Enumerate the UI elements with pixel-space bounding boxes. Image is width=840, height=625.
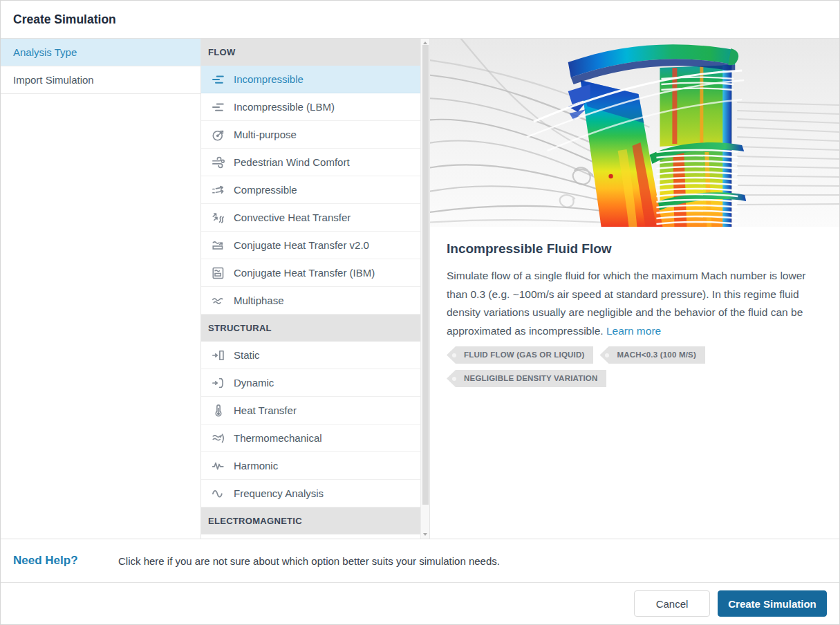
help-text: Click here if you are not sure about whi… (118, 555, 500, 567)
type-item-label: Multi-purpose (234, 129, 297, 140)
type-item-label: Compressible (234, 184, 297, 196)
sidebar-item-analysis-type[interactable]: Analysis Type (1, 39, 200, 66)
type-item-thermomechanical[interactable]: Thermomechanical (201, 425, 420, 452)
type-item-label: Static (234, 349, 260, 361)
type-item-label: Multiphase (234, 295, 284, 306)
type-item-label: Heat Transfer (234, 404, 297, 416)
dialog-content: Analysis TypeImport Simulation FLOWIncom… (1, 39, 839, 539)
dialog-footer: Cancel Create Simulation (1, 583, 839, 624)
type-item-conjugate-heat-transfer-ibm[interactable]: Conjugate Heat Transfer (IBM) (201, 259, 420, 287)
dynamic-icon (212, 376, 225, 390)
type-item-label: Conjugate Heat Transfer (IBM) (234, 267, 375, 279)
create-simulation-button[interactable]: Create Simulation (718, 590, 827, 617)
conjugate-heat-transfer-v2-icon (212, 239, 225, 252)
incompressible-icon (212, 73, 225, 86)
left-sidebar: Analysis TypeImport Simulation (1, 39, 201, 539)
conjugate-heat-transfer-ibm-icon (212, 266, 225, 280)
detail-body: Incompressible Fluid Flow Simulate flow … (430, 227, 839, 393)
detail-title: Incompressible Fluid Flow (447, 241, 808, 256)
type-item-static[interactable]: Static (201, 342, 420, 369)
simulation-preview-image (430, 39, 839, 227)
type-item-compressible[interactable]: Compressible (201, 176, 420, 204)
heat-transfer-icon (212, 404, 225, 418)
incompressible-lbm-icon (212, 100, 225, 114)
section-header-electromagnetic: ELECTROMAGNETIC (201, 507, 420, 534)
type-item-label: Pedestrian Wind Comfort (234, 156, 350, 168)
scrollbar-thumb[interactable] (422, 45, 429, 505)
sidebar-item-import-simulation[interactable]: Import Simulation (1, 66, 200, 94)
detail-description: Simulate flow of a single fluid for whic… (447, 267, 808, 340)
harmonic-icon (212, 459, 225, 473)
section-header-flow: FLOW (201, 39, 420, 66)
type-item-label: Thermomechanical (234, 432, 322, 444)
type-item-incompressible[interactable]: Incompressible (201, 66, 420, 93)
tag-mach-0-3-100-m-s: MACH<0.3 (100 M/S) (599, 346, 704, 364)
type-item-label: Frequency Analysis (234, 487, 324, 499)
detail-tags: FLUID FLOW (GAS OR LIQUID)MACH<0.3 (100 … (447, 346, 751, 393)
multiphase-icon (212, 294, 225, 308)
pedestrian-wind-comfort-icon (212, 156, 225, 169)
dialog-title: Create Simulation (13, 12, 116, 27)
learn-more-link[interactable]: Learn more (606, 325, 661, 337)
type-item-label: Conjugate Heat Transfer v2.0 (234, 239, 369, 251)
type-item-label: Incompressible (LBM) (234, 101, 335, 113)
scroll-down-icon[interactable] (421, 531, 429, 538)
type-item-pedestrian-wind-comfort[interactable]: Pedestrian Wind Comfort (201, 149, 420, 176)
tag-fluid-flow-gas-or-liquid: FLUID FLOW (GAS OR LIQUID) (447, 346, 593, 364)
analysis-type-list-wrap: FLOWIncompressibleIncompressible (LBM)Mu… (201, 39, 430, 539)
type-item-dynamic[interactable]: Dynamic (201, 369, 420, 397)
multi-purpose-icon (212, 128, 225, 142)
type-item-incompressible-lbm[interactable]: Incompressible (LBM) (201, 93, 420, 121)
type-item-conjugate-heat-transfer-v2-0[interactable]: Conjugate Heat Transfer v2.0 (201, 232, 420, 259)
type-item-label: Harmonic (234, 460, 278, 472)
type-item-multiphase[interactable]: Multiphase (201, 287, 420, 315)
cancel-button[interactable]: Cancel (634, 590, 710, 617)
create-simulation-dialog: Create Simulation Analysis TypeImport Si… (0, 0, 840, 625)
compressible-icon (212, 183, 225, 197)
static-icon (212, 348, 225, 362)
need-help-link[interactable]: Need Help? (13, 554, 118, 568)
type-item-label: Incompressible (234, 73, 304, 85)
tag-negligible-density-variation: NEGLIGIBLE DENSITY VARIATION (447, 370, 606, 387)
type-item-convective-heat-transfer[interactable]: Convective Heat Transfer (201, 204, 420, 232)
type-item-frequency-analysis[interactable]: Frequency Analysis (201, 480, 420, 507)
frequency-analysis-icon (212, 487, 225, 501)
convective-heat-transfer-icon (212, 211, 225, 225)
dialog-header: Create Simulation (1, 1, 839, 39)
list-scrollbar[interactable] (420, 39, 429, 539)
detail-panel: Incompressible Fluid Flow Simulate flow … (430, 39, 839, 539)
type-item-label: Convective Heat Transfer (234, 212, 351, 223)
type-item-harmonic[interactable]: Harmonic (201, 452, 420, 480)
type-item-heat-transfer[interactable]: Heat Transfer (201, 397, 420, 425)
section-header-structural: STRUCTURAL (201, 315, 420, 342)
type-item-multi-purpose[interactable]: Multi-purpose (201, 121, 420, 149)
help-bar[interactable]: Need Help? Click here if you are not sur… (1, 539, 839, 583)
analysis-type-list: FLOWIncompressibleIncompressible (LBM)Mu… (201, 39, 420, 534)
thermomechanical-icon (212, 431, 225, 445)
type-item-label: Dynamic (234, 377, 274, 389)
